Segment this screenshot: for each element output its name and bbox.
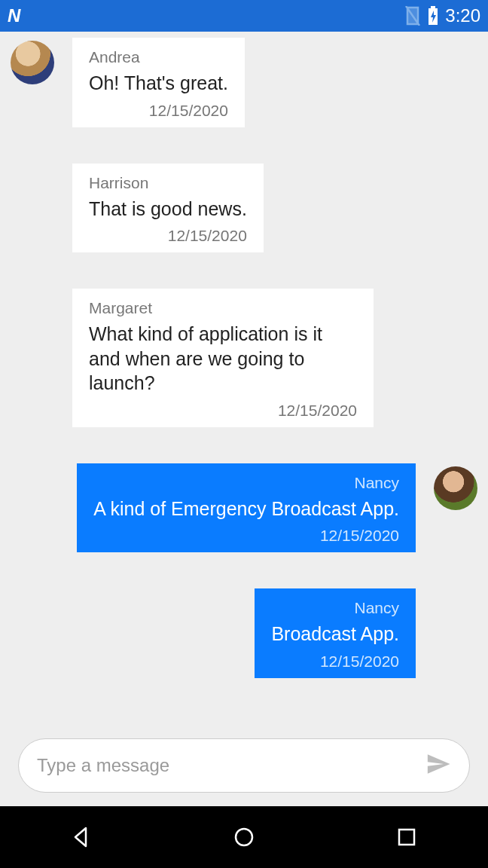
message-row: Margaret What kind of application is it … [11, 289, 477, 427]
recents-button[interactable] [392, 822, 422, 852]
message-bubble[interactable]: Nancy A kind of Emergency Broadcast App.… [77, 463, 416, 553]
message-text: That is good news. [89, 197, 247, 222]
message-row: Andrea Oh! That's great. 12/15/2020 [11, 38, 477, 127]
message-bubble[interactable]: Margaret What kind of application is it … [72, 289, 374, 427]
message-timestamp: 12/15/2020 [89, 102, 228, 120]
message-bubble[interactable]: Nancy Broadcast App. 12/15/2020 [255, 588, 416, 678]
message-text: Broadcast App. [271, 622, 399, 646]
message-text: Oh! That's great. [89, 71, 228, 96]
svg-rect-3 [399, 830, 414, 845]
avatar[interactable] [11, 41, 54, 84]
message-row: Nancy Broadcast App. 12/15/2020 [11, 588, 477, 678]
message-row: Harrison That is good news. 12/15/2020 [11, 164, 477, 253]
message-sender: Andrea [89, 48, 228, 66]
status-bar-clock: 3:20 [445, 5, 480, 26]
avatar[interactable] [434, 466, 477, 510]
composer-pill [18, 738, 470, 793]
message-text: What kind of application is it and when … [89, 322, 357, 396]
message-timestamp: 12/15/2020 [89, 402, 357, 420]
message-bubble[interactable]: Andrea Oh! That's great. 12/15/2020 [72, 38, 245, 127]
android-n-icon: N [8, 5, 20, 26]
android-navigation-bar [0, 806, 488, 868]
composer-bar [0, 729, 488, 806]
message-input[interactable] [37, 755, 425, 776]
battery-charging-icon [427, 6, 439, 26]
message-bubble[interactable]: Harrison That is good news. 12/15/2020 [72, 164, 264, 253]
svg-rect-1 [431, 6, 435, 8]
message-sender: Margaret [89, 299, 357, 317]
svg-point-2 [236, 829, 252, 845]
send-icon[interactable] [425, 751, 451, 780]
message-timestamp: 12/15/2020 [89, 227, 247, 245]
message-timestamp: 12/15/2020 [271, 653, 399, 671]
android-status-bar: N 3:20 [0, 0, 488, 32]
chat-message-list[interactable]: Andrea Oh! That's great. 12/15/2020 Harr… [0, 32, 488, 729]
message-sender: Harrison [89, 174, 247, 192]
home-button[interactable] [229, 822, 259, 852]
message-sender: Nancy [93, 474, 399, 492]
no-sim-icon [404, 6, 421, 26]
message-text: A kind of Emergency Broadcast App. [93, 497, 399, 521]
message-timestamp: 12/15/2020 [93, 527, 399, 545]
message-sender: Nancy [271, 599, 399, 617]
back-button[interactable] [66, 822, 96, 852]
message-row: Nancy A kind of Emergency Broadcast App.… [11, 463, 477, 553]
